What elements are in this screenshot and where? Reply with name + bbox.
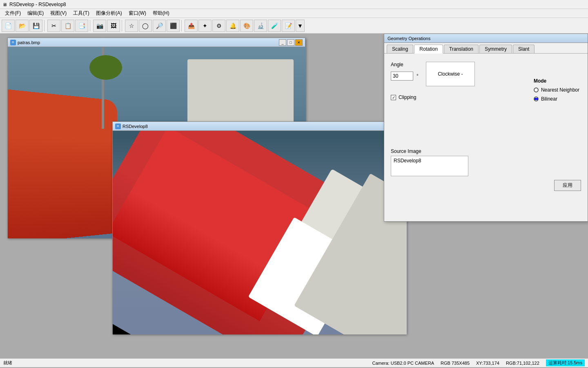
toolbar-new[interactable]: 📄 [2,20,15,32]
toolbar-zoom[interactable]: 🔎 [153,20,166,32]
clockwise-box: Clockwise - [426,62,475,86]
patras-maximize[interactable]: □ [287,39,294,46]
angle-label: Angle [391,62,411,67]
geometry-panel: Geometry Operations Scaling Rotation Tra… [384,34,588,222]
geo-panel-title-text: Geometry Operations [388,36,430,41]
toolbar-sep-2 [90,20,91,31]
angle-row: Angle [391,62,419,67]
menu-edit[interactable]: 编辑(E) [24,9,47,18]
clockwise-label: Clockwise - [438,71,463,77]
boat-foliage [89,55,122,80]
angle-input[interactable] [391,72,413,81]
nearest-neighbor-row: Nearest Neighbor [534,87,579,93]
toolbar-open[interactable]: 📂 [16,20,29,32]
status-bar: 就绪 Camera: USB2.0 PC CAMERA RGB 735X485 … [0,358,588,367]
toolbar-dropdown[interactable]: ▼ [296,20,305,32]
toolbar-filter[interactable]: ✦ [198,20,212,32]
tab-scaling[interactable]: Scaling [387,45,413,53]
status-camera: Camera: USB2.0 PC CAMERA [372,361,434,366]
source-image-value: RSDevelop8 [391,156,468,176]
menu-file[interactable]: 文件(F) [2,9,24,18]
toolbar-image[interactable]: 🖼 [107,20,120,32]
angle-input-row: ° [391,72,419,81]
rsdevelop8-titlebar: R RSDevelop8 _ □ [113,122,406,131]
bilinear-row: Bilinear [534,96,579,102]
toolbar-color[interactable]: 🎨 [240,20,253,32]
tab-bar: Scaling Rotation Translation Symmetry Sl… [384,43,588,54]
menu-tools[interactable]: 工具(T) [70,9,92,18]
toolbar-paste[interactable]: 📑 [75,20,88,32]
status-ready: 就绪 [3,360,12,366]
patras-icon: R [10,40,16,45]
bilinear-radio[interactable] [534,96,539,101]
tab-rotation[interactable]: Rotation [414,45,443,54]
rsdevelop8-icon: R [115,123,121,129]
patras-controls: _ □ ✕ [279,39,303,46]
toolbar-capture[interactable]: 📷 [93,20,106,32]
toolbar-copy[interactable]: 📋 [61,20,74,32]
rsdevelop8-title: RSDevelop8 [122,124,386,129]
bilinear-radio-inner [535,98,536,100]
toolbar-flask[interactable]: 🧪 [268,20,281,32]
patras-close[interactable]: ✕ [295,39,303,46]
source-image-label: Source Image [391,148,581,154]
status-coords: XY:733,174 [476,361,499,366]
tab-symmetry[interactable]: Symmetry [479,45,512,53]
clipping-checkbox[interactable] [391,95,396,100]
patras-minimize[interactable]: _ [279,39,286,46]
rsdevelop8-image: M [113,131,407,334]
status-rgb: RGB:71,102,122 [506,361,539,366]
apply-button[interactable]: 应用 [554,180,581,191]
menu-bar: 文件(F) 编辑(E) 视图(V) 工具(T) 图像分析(A) 窗口(W) 帮助… [0,9,588,18]
rsdevelop8-content: M [113,131,407,334]
toolbar-circle[interactable]: ◯ [139,20,152,32]
source-section: Source Image RSDevelop8 [391,148,581,176]
title-bar: 🖥 RSDevelop - RSDevelop8 [0,0,588,9]
patras-titlebar: R patras.bmp _ □ ✕ [8,38,305,47]
clipping-label: Clipping [399,94,416,100]
app-title: RSDevelop - RSDevelop8 [9,2,66,7]
nearest-neighbor-radio[interactable] [534,88,539,92]
main-area: R patras.bmp _ □ ✕ R [0,34,588,367]
toolbar-analyze[interactable]: 🔬 [254,20,267,32]
angle-left-section: Angle ° [391,62,419,85]
menu-analysis[interactable]: 图像分析(A) [93,9,125,18]
toolbar-notes[interactable]: 📝 [282,20,295,32]
menu-view[interactable]: 视图(V) [47,9,70,18]
mode-section: Mode Nearest Neighbor Bilinear [534,78,579,102]
toolbar-sep-4 [181,20,183,31]
toolbar-cut[interactable]: ✂ [47,20,60,32]
toolbar-sep-1 [44,20,46,31]
toolbar-bell[interactable]: 🔔 [226,20,239,32]
app-icon: 🖥 [2,2,7,7]
toolbar: 📄 📂 💾 ✂ 📋 📑 📷 🖼 ☆ ◯ 🔎 ⬛ 📤 ✦ ⚙ 🔔 🎨 🔬 🧪 📝 … [0,18,588,34]
boat-hull-left [8,89,117,238]
menu-window[interactable]: 窗口(W) [125,9,149,18]
toolbar-rect[interactable]: ⬛ [167,20,180,32]
rotated-image-inner: M [113,131,407,334]
tab-slant[interactable]: Slant [513,45,535,53]
rsdevelop8-window: R RSDevelop8 _ □ M [112,121,406,334]
panel-content: Angle ° Clockwise - Mode [384,54,588,197]
nearest-neighbor-label: Nearest Neighbor [541,87,579,93]
toolbar-export[interactable]: 📤 [185,20,198,32]
toolbar-save[interactable]: 💾 [29,20,42,32]
toolbar-star[interactable]: ☆ [125,20,138,32]
toolbar-sep-3 [122,20,123,31]
status-time: 运算耗时:15.5ms [546,359,585,366]
patras-title: patras.bmp [18,40,277,45]
mode-label: Mode [534,78,579,84]
bilinear-label: Bilinear [541,96,557,102]
source-image-text: RSDevelop8 [394,158,421,164]
degree-symbol: ° [416,73,419,79]
tab-translation[interactable]: Translation [444,45,479,53]
menu-help[interactable]: 帮助(H) [149,9,173,18]
toolbar-settings[interactable]: ⚙ [212,20,225,32]
geo-panel-title: Geometry Operations [384,34,588,43]
status-resolution: RGB 735X485 [441,361,470,366]
